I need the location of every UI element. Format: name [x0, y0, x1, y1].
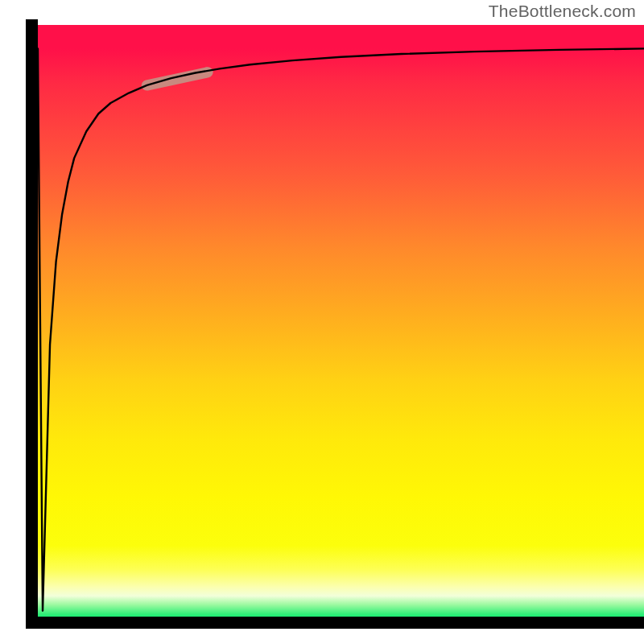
- chart-wrapper: TheBottleneck.com: [0, 0, 644, 644]
- x-axis: [26, 617, 644, 629]
- plot-gradient-background: [38, 25, 644, 617]
- y-axis: [26, 19, 38, 622]
- attribution-label: TheBottleneck.com: [489, 2, 636, 21]
